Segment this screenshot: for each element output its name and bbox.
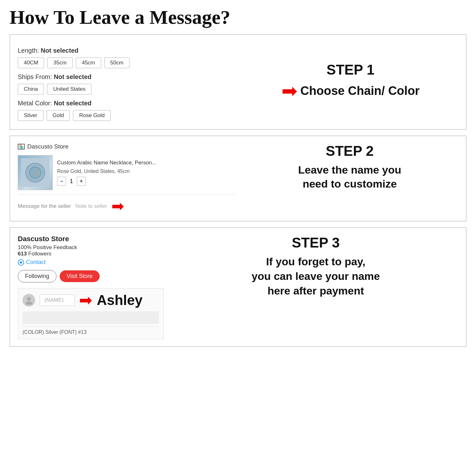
length-35cm[interactable]: 35cm <box>47 57 73 68</box>
ships-not-selected: Not selected <box>54 73 91 80</box>
metal-label: Metal Color: Not selected <box>18 100 233 107</box>
length-45cm[interactable]: 45cm <box>76 57 101 68</box>
order-form-area: (NAME) ➡ Ashley (COLOR) Silver (FONT) #1… <box>18 288 164 339</box>
store-name: Dascusto Store <box>27 143 69 150</box>
ships-buttons: China United States <box>18 84 233 95</box>
metal-buttons: Silver Gold Rose Gold <box>18 110 233 121</box>
step2-box: 🏪 Dascusto Store 𝓐 <box>10 136 466 221</box>
note-to-seller-label: Note to seller <box>75 203 107 209</box>
step1-instruction: Choose Chain/ Color <box>301 84 420 98</box>
ships-label: Ships From: Not selected <box>18 73 233 81</box>
metal-gold[interactable]: Gold <box>47 110 70 121</box>
step2-cart: 🏪 Dascusto Store 𝓐 <box>18 143 235 214</box>
following-button[interactable]: Following <box>18 270 56 282</box>
store-icon: 🏪 <box>18 144 25 149</box>
metal-rose-gold[interactable]: Rose Gold <box>73 110 110 121</box>
right-arrow-icon: ➡ <box>281 82 297 101</box>
svg-text:𝓐: 𝓐 <box>33 170 38 176</box>
ashley-example: Ashley <box>97 292 142 308</box>
length-buttons: 40CM 35cm 45cm 50cm <box>18 57 233 68</box>
step1-box: Length: Not selected 40CM 35cm 45cm 50cm… <box>10 34 466 130</box>
contact-text: Contact <box>26 259 46 266</box>
svg-point-6 <box>26 301 32 305</box>
step3-instructions: STEP 3 If you forget to pay, you can lea… <box>164 235 458 298</box>
length-40cm[interactable]: 40CM <box>18 57 44 68</box>
product-svg: 𝓐 <box>21 158 50 187</box>
color-font-row: (COLOR) Silver (FONT) #13 <box>23 327 159 335</box>
color-font-spacer <box>23 311 159 324</box>
visit-store-button[interactable]: Visit Store <box>60 270 100 282</box>
store-followers: 613 Followers <box>18 251 164 257</box>
metal-not-selected: Not selected <box>54 100 91 107</box>
product-details: Custom Arabic Name Necklace, Person... R… <box>57 160 235 186</box>
quantity-value: 1 <box>70 178 73 185</box>
message-arrow-icon: ➡ <box>111 199 124 214</box>
step3-store: Dascusto Store 100% Positive Feedback 61… <box>18 235 164 339</box>
store-header: 🏪 Dascusto Store <box>18 143 235 150</box>
step3-box: Dascusto Store 100% Positive Feedback 61… <box>10 227 466 347</box>
step1-instructions: STEP 1 ➡ Choose Chain/ Color <box>233 62 458 102</box>
user-avatar <box>23 294 35 307</box>
page-title: How To Leave a Message? <box>10 6 466 28</box>
step2-instructions: STEP 2 Leave the name you need to custom… <box>235 143 458 191</box>
message-row: Message for the seller Note to seller ➡ <box>18 195 235 214</box>
ships-us[interactable]: United States <box>47 84 91 95</box>
product-row: 𝓐 Custom Arabic Name Necklace, Person...… <box>18 155 235 190</box>
product-image: 𝓐 <box>18 155 53 190</box>
contact-icon <box>18 259 24 266</box>
step2-label: STEP 2 <box>326 143 374 159</box>
store-feedback: 100% Positive Feedback <box>18 244 164 251</box>
ships-china[interactable]: China <box>18 84 44 95</box>
quantity-increase[interactable]: + <box>77 177 86 186</box>
length-label: Length: Not selected <box>18 47 233 54</box>
step3-description: If you forget to pay, you can leave your… <box>252 255 380 298</box>
name-arrow-icon: ➡ <box>79 292 92 308</box>
step1-label: STEP 1 <box>327 62 374 78</box>
avatar-icon <box>24 296 33 305</box>
quantity-decrease[interactable]: − <box>57 177 66 186</box>
name-input-placeholder[interactable]: (NAME) <box>40 294 75 306</box>
length-not-selected: Not selected <box>41 47 78 54</box>
product-variant: Rose Gold, United States, 45cm <box>57 169 235 174</box>
quantity-row: − 1 + <box>57 177 235 186</box>
name-form-row: (NAME) ➡ Ashley <box>23 292 159 308</box>
step1-options: Length: Not selected 40CM 35cm 45cm 50cm… <box>18 42 233 122</box>
store-buttons: Following Visit Store <box>18 270 164 282</box>
contact-link[interactable]: Contact <box>18 259 164 266</box>
step3-store-name: Dascusto Store <box>18 235 164 243</box>
product-name: Custom Arabic Name Necklace, Person... <box>57 160 235 166</box>
metal-silver[interactable]: Silver <box>18 110 43 121</box>
step3-label: STEP 3 <box>292 235 340 251</box>
message-for-seller-label: Message for the seller <box>18 203 71 209</box>
svg-point-5 <box>27 297 31 301</box>
step2-instruction: Leave the name you need to customize <box>298 163 401 191</box>
step1-arrow-row: ➡ Choose Chain/ Color <box>281 82 420 101</box>
product-image-inner: 𝓐 <box>18 155 52 190</box>
length-50cm[interactable]: 50cm <box>104 57 130 68</box>
